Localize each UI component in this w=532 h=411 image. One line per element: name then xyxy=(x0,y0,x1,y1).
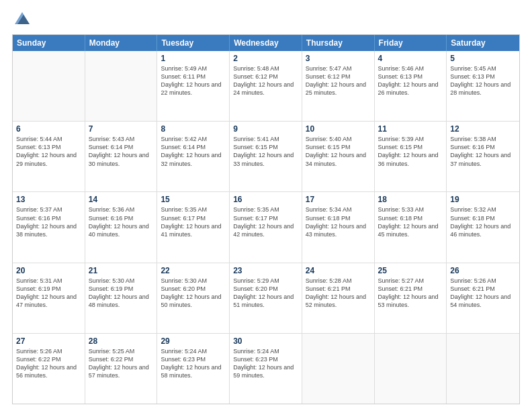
calendar-row: 27Sunrise: 5:26 AM Sunset: 6:22 PM Dayli… xyxy=(13,334,519,404)
cell-info: Sunrise: 5:25 AM Sunset: 6:22 PM Dayligh… xyxy=(89,347,154,380)
calendar-cell: 21Sunrise: 5:30 AM Sunset: 6:19 PM Dayli… xyxy=(85,263,158,333)
cell-info: Sunrise: 5:42 AM Sunset: 6:14 PM Dayligh… xyxy=(161,135,226,168)
cell-info: Sunrise: 5:33 AM Sunset: 6:18 PM Dayligh… xyxy=(378,205,443,238)
cell-info: Sunrise: 5:40 AM Sunset: 6:15 PM Dayligh… xyxy=(306,135,371,168)
day-header-saturday: Saturday xyxy=(447,35,519,51)
cell-day-number: 7 xyxy=(89,124,154,134)
calendar-body: 1Sunrise: 5:49 AM Sunset: 6:11 PM Daylig… xyxy=(13,51,519,404)
cell-info: Sunrise: 5:38 AM Sunset: 6:16 PM Dayligh… xyxy=(450,135,516,168)
day-header-sunday: Sunday xyxy=(13,35,85,51)
day-header-tuesday: Tuesday xyxy=(157,35,230,51)
calendar-cell xyxy=(85,51,158,121)
calendar-row: 1Sunrise: 5:49 AM Sunset: 6:11 PM Daylig… xyxy=(13,51,519,122)
calendar-cell: 7Sunrise: 5:43 AM Sunset: 6:14 PM Daylig… xyxy=(85,122,158,191)
cell-info: Sunrise: 5:34 AM Sunset: 6:18 PM Dayligh… xyxy=(306,205,371,238)
calendar-cell: 19Sunrise: 5:32 AM Sunset: 6:18 PM Dayli… xyxy=(447,192,519,262)
cell-day-number: 15 xyxy=(161,195,226,204)
calendar-cell: 29Sunrise: 5:24 AM Sunset: 6:23 PM Dayli… xyxy=(157,334,230,404)
cell-day-number: 3 xyxy=(306,54,371,63)
cell-day-number: 10 xyxy=(306,124,371,134)
calendar-cell: 16Sunrise: 5:35 AM Sunset: 6:17 PM Dayli… xyxy=(230,192,302,262)
calendar-header: SundayMondayTuesdayWednesdayThursdayFrid… xyxy=(13,35,519,51)
calendar-cell: 10Sunrise: 5:40 AM Sunset: 6:15 PM Dayli… xyxy=(302,122,375,191)
cell-day-number: 14 xyxy=(89,195,154,204)
calendar-cell xyxy=(447,334,519,404)
logo-icon xyxy=(15,12,30,26)
cell-day-number: 21 xyxy=(89,266,154,275)
header xyxy=(12,12,520,28)
calendar-cell: 22Sunrise: 5:30 AM Sunset: 6:20 PM Dayli… xyxy=(157,263,230,333)
calendar-cell: 12Sunrise: 5:38 AM Sunset: 6:16 PM Dayli… xyxy=(447,122,519,191)
calendar-cell: 11Sunrise: 5:39 AM Sunset: 6:15 PM Dayli… xyxy=(375,122,447,191)
calendar-cell: 13Sunrise: 5:37 AM Sunset: 6:16 PM Dayli… xyxy=(13,192,85,262)
cell-info: Sunrise: 5:43 AM Sunset: 6:14 PM Dayligh… xyxy=(89,135,154,168)
calendar-cell: 27Sunrise: 5:26 AM Sunset: 6:22 PM Dayli… xyxy=(13,334,85,404)
day-header-friday: Friday xyxy=(375,35,447,51)
calendar-cell: 18Sunrise: 5:33 AM Sunset: 6:18 PM Dayli… xyxy=(375,192,447,262)
calendar-cell xyxy=(302,334,375,404)
cell-day-number: 1 xyxy=(161,54,226,63)
logo xyxy=(12,12,30,28)
cell-day-number: 29 xyxy=(161,336,226,346)
cell-info: Sunrise: 5:49 AM Sunset: 6:11 PM Dayligh… xyxy=(161,64,226,97)
cell-info: Sunrise: 5:41 AM Sunset: 6:15 PM Dayligh… xyxy=(233,135,298,168)
calendar-cell: 1Sunrise: 5:49 AM Sunset: 6:11 PM Daylig… xyxy=(157,51,230,121)
cell-day-number: 26 xyxy=(450,266,516,275)
cell-day-number: 19 xyxy=(450,195,516,204)
cell-info: Sunrise: 5:46 AM Sunset: 6:13 PM Dayligh… xyxy=(378,64,443,97)
day-header-wednesday: Wednesday xyxy=(230,35,302,51)
calendar: SundayMondayTuesdayWednesdayThursdayFrid… xyxy=(12,34,520,404)
calendar-cell: 30Sunrise: 5:24 AM Sunset: 6:23 PM Dayli… xyxy=(230,334,302,404)
cell-day-number: 23 xyxy=(233,266,298,275)
cell-day-number: 6 xyxy=(16,124,81,134)
cell-info: Sunrise: 5:36 AM Sunset: 6:16 PM Dayligh… xyxy=(89,205,154,238)
cell-day-number: 12 xyxy=(450,124,516,134)
cell-day-number: 16 xyxy=(233,195,298,204)
cell-info: Sunrise: 5:26 AM Sunset: 6:21 PM Dayligh… xyxy=(450,277,516,310)
cell-day-number: 13 xyxy=(16,195,81,204)
cell-info: Sunrise: 5:24 AM Sunset: 6:23 PM Dayligh… xyxy=(233,347,298,380)
calendar-cell: 26Sunrise: 5:26 AM Sunset: 6:21 PM Dayli… xyxy=(447,263,519,333)
calendar-cell: 9Sunrise: 5:41 AM Sunset: 6:15 PM Daylig… xyxy=(230,122,302,191)
cell-day-number: 25 xyxy=(378,266,443,275)
cell-info: Sunrise: 5:30 AM Sunset: 6:19 PM Dayligh… xyxy=(89,277,154,310)
cell-info: Sunrise: 5:39 AM Sunset: 6:15 PM Dayligh… xyxy=(378,135,443,168)
day-header-monday: Monday xyxy=(85,35,158,51)
cell-info: Sunrise: 5:44 AM Sunset: 6:13 PM Dayligh… xyxy=(16,135,81,168)
calendar-cell: 2Sunrise: 5:48 AM Sunset: 6:12 PM Daylig… xyxy=(230,51,302,121)
cell-info: Sunrise: 5:35 AM Sunset: 6:17 PM Dayligh… xyxy=(161,205,226,238)
cell-info: Sunrise: 5:48 AM Sunset: 6:12 PM Dayligh… xyxy=(233,64,298,97)
calendar-cell xyxy=(13,51,85,121)
cell-day-number: 22 xyxy=(161,266,226,275)
cell-info: Sunrise: 5:31 AM Sunset: 6:19 PM Dayligh… xyxy=(16,277,81,310)
cell-info: Sunrise: 5:37 AM Sunset: 6:16 PM Dayligh… xyxy=(16,205,81,238)
calendar-cell: 8Sunrise: 5:42 AM Sunset: 6:14 PM Daylig… xyxy=(157,122,230,191)
cell-info: Sunrise: 5:35 AM Sunset: 6:17 PM Dayligh… xyxy=(233,205,298,238)
cell-day-number: 17 xyxy=(306,195,371,204)
calendar-row: 6Sunrise: 5:44 AM Sunset: 6:13 PM Daylig… xyxy=(13,122,519,192)
calendar-row: 20Sunrise: 5:31 AM Sunset: 6:19 PM Dayli… xyxy=(13,263,519,334)
cell-info: Sunrise: 5:29 AM Sunset: 6:20 PM Dayligh… xyxy=(233,277,298,310)
calendar-cell xyxy=(375,334,447,404)
cell-day-number: 5 xyxy=(450,54,516,63)
calendar-cell: 23Sunrise: 5:29 AM Sunset: 6:20 PM Dayli… xyxy=(230,263,302,333)
cell-day-number: 18 xyxy=(378,195,443,204)
cell-day-number: 9 xyxy=(233,124,298,134)
calendar-cell: 28Sunrise: 5:25 AM Sunset: 6:22 PM Dayli… xyxy=(85,334,158,404)
cell-day-number: 28 xyxy=(89,336,154,346)
cell-info: Sunrise: 5:45 AM Sunset: 6:13 PM Dayligh… xyxy=(450,64,516,97)
cell-day-number: 8 xyxy=(161,124,226,134)
cell-day-number: 24 xyxy=(306,266,371,275)
cell-info: Sunrise: 5:28 AM Sunset: 6:21 PM Dayligh… xyxy=(306,277,371,310)
cell-info: Sunrise: 5:30 AM Sunset: 6:20 PM Dayligh… xyxy=(161,277,226,310)
cell-day-number: 30 xyxy=(233,336,298,346)
cell-day-number: 4 xyxy=(378,54,443,63)
cell-info: Sunrise: 5:27 AM Sunset: 6:21 PM Dayligh… xyxy=(378,277,443,310)
cell-day-number: 11 xyxy=(378,124,443,134)
calendar-cell: 5Sunrise: 5:45 AM Sunset: 6:13 PM Daylig… xyxy=(447,51,519,121)
cell-info: Sunrise: 5:24 AM Sunset: 6:23 PM Dayligh… xyxy=(161,347,226,380)
logo-text xyxy=(12,12,30,28)
cell-info: Sunrise: 5:26 AM Sunset: 6:22 PM Dayligh… xyxy=(16,347,81,380)
cell-day-number: 20 xyxy=(16,266,81,275)
cell-day-number: 2 xyxy=(233,54,298,63)
